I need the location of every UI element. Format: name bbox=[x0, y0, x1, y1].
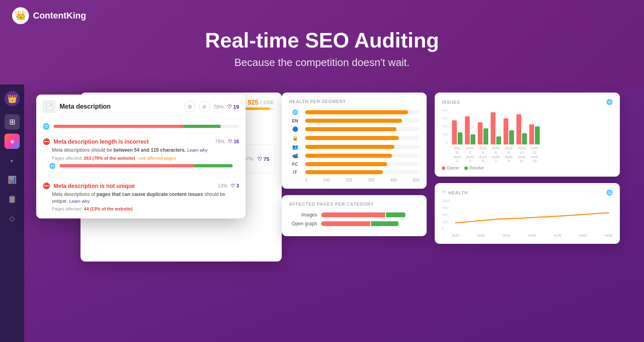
meta-actions: ⚙ ⊘ 78% ♡ 19 bbox=[184, 101, 239, 112]
x-label-4: AUG 6AUG 7 bbox=[491, 146, 501, 163]
hero-title: Real-time SEO Auditing bbox=[205, 28, 439, 52]
seg-bar-orange-8 bbox=[305, 170, 383, 174]
bar-green-1 bbox=[458, 132, 462, 144]
x-label-1: JUL 31AUG 1 bbox=[452, 146, 462, 163]
sidebar-item-issues[interactable]: 📋 bbox=[4, 192, 20, 207]
chart-x-labels: JUL 31AUG 1 AUG 2AUG 3 AUG 4AUG 5 AUG 6A… bbox=[452, 146, 613, 163]
health-chart-card: ♡ HEALTH 🌐 1000 750 500 250 0 bbox=[435, 183, 620, 244]
page-title-heart: ♡ 75 bbox=[257, 156, 269, 162]
hy-500: 500 bbox=[442, 213, 450, 217]
health-x-2: AUG bbox=[477, 233, 485, 237]
sidebar-item-reports[interactable]: 📊 bbox=[4, 172, 20, 187]
sidebar-item-dashboard[interactable]: ⊞ bbox=[4, 114, 20, 130]
affected-label-opengraph: Open graph bbox=[289, 221, 317, 227]
bar-group-3 bbox=[478, 122, 488, 144]
globe-icon-2: 🌐 bbox=[49, 163, 56, 169]
x-300: 300 bbox=[368, 178, 375, 182]
issue-item-1: ⛔ Meta description length is incorrect 7… bbox=[36, 133, 246, 177]
sidebar-item-more[interactable]: ◇ bbox=[4, 211, 20, 226]
hy-1000: 1000 bbox=[442, 199, 450, 203]
seg-bar-1 bbox=[305, 110, 419, 114]
x-100: 100 bbox=[323, 178, 330, 182]
issues-chart-card: ISSUES 🌐 400 300 200 100 0 bbox=[435, 93, 620, 177]
health-x-3: AUG bbox=[503, 233, 511, 237]
issue-1-affected-pct: (78% of the website) bbox=[93, 156, 135, 161]
bar-green-3 bbox=[483, 128, 488, 144]
y-axis: 400 300 200 100 0 bbox=[442, 108, 448, 144]
seg-row-4: 🔒 bbox=[289, 135, 419, 141]
health-x-4: AUG bbox=[528, 233, 536, 237]
seg-label-8: IT bbox=[289, 170, 301, 175]
legend-dot-resolved bbox=[464, 167, 468, 170]
issue-2-affected-pct: (13% of the website) bbox=[90, 206, 133, 211]
legend-resolved: Resolve bbox=[464, 166, 484, 170]
issues-chart-title: ISSUES bbox=[442, 100, 460, 105]
x-label-7: AUG 12AUG 13 bbox=[529, 146, 540, 163]
block-icon[interactable]: ⊘ bbox=[199, 101, 210, 112]
issue-1-learn-link[interactable]: Learn why bbox=[187, 148, 208, 152]
seg-label-2: EN bbox=[289, 118, 301, 123]
legend-opened: Opene bbox=[442, 166, 459, 170]
issue-2-count: 44 bbox=[84, 206, 89, 211]
seg-bar-orange-4 bbox=[305, 136, 399, 140]
issue-1-bar bbox=[60, 164, 233, 167]
seg-label-7: FC bbox=[289, 162, 301, 167]
x-0: 0 bbox=[305, 178, 308, 182]
health-total: 1000 bbox=[263, 100, 274, 105]
bar-group-4 bbox=[491, 112, 501, 144]
sidebar-expand[interactable]: ▸ bbox=[4, 153, 20, 168]
seg-row-7: FC bbox=[289, 162, 419, 167]
seg-bar-orange-3 bbox=[305, 127, 396, 131]
y-100: 100 bbox=[442, 132, 448, 136]
progress-empty bbox=[221, 125, 239, 128]
heart-chart-icon: ♡ bbox=[442, 190, 446, 195]
seg-row-6: 📹 bbox=[289, 153, 419, 159]
seg-row-2: EN bbox=[289, 118, 419, 123]
bar-group-2 bbox=[465, 116, 475, 144]
health-score: 925 bbox=[248, 99, 258, 106]
issue-1-bar-green bbox=[194, 164, 233, 167]
bar-pink-1 bbox=[452, 120, 457, 144]
health-segment-title: HEALTH PER SEGMENT bbox=[289, 99, 419, 104]
issue-1-heart: ♡ 16 bbox=[228, 139, 239, 144]
issue-2-learn-link[interactable]: Learn why bbox=[69, 199, 90, 204]
issue-1-affected: Pages affected: 263 (78% of the website)… bbox=[52, 156, 239, 161]
seg-row-5: 👥 bbox=[289, 144, 419, 150]
legend-opened-label: Opene bbox=[447, 166, 459, 170]
meta-heart-count: 19 bbox=[233, 104, 239, 110]
page-title-heart-count: 75 bbox=[264, 156, 269, 162]
hy-0: 0 bbox=[442, 227, 450, 231]
issue-2-heart: ♡ 3 bbox=[231, 183, 239, 189]
logo-text: ContentKing bbox=[33, 10, 86, 21]
settings-icon[interactable]: ⚙ bbox=[184, 101, 196, 112]
seg-row-8: IT bbox=[289, 170, 419, 175]
sidebar: 👑 ⊞ ◈ ▸ 📊 📋 ◇ bbox=[0, 84, 24, 342]
issue-2-heart-count: 3 bbox=[236, 183, 239, 189]
issue-1-title-row: ⛔ Meta description length is incorrect 7… bbox=[43, 138, 239, 145]
issue-2-name: Meta description is not unique bbox=[54, 183, 215, 189]
error-icon-2: ⛔ bbox=[43, 182, 50, 190]
health-chart-area: 1000 750 500 250 0 bbox=[442, 199, 613, 237]
bar-green-6 bbox=[522, 133, 527, 144]
affected-pages-card: AFFECTED PAGES PER CATEGORY Images Open … bbox=[282, 195, 427, 236]
health-line-svg bbox=[452, 199, 613, 231]
bar-pink-2 bbox=[465, 116, 470, 144]
error-icon-1: ⛔ bbox=[43, 138, 50, 145]
seg-row-3: 🔵 bbox=[289, 126, 419, 132]
seg-bar-6 bbox=[305, 154, 419, 158]
issue-1-see-link[interactable]: see affected pages bbox=[139, 156, 176, 161]
seg-bar-orange-5 bbox=[305, 145, 394, 149]
progress-red bbox=[54, 125, 184, 128]
bar-pink-3 bbox=[478, 122, 483, 144]
legend-resolved-label: Resolve bbox=[469, 166, 484, 170]
meta-progress-row: 🌐 bbox=[36, 119, 246, 133]
bar-green-7 bbox=[535, 126, 540, 144]
bar-chart-area: JUL 31AUG 1 AUG 2AUG 3 AUG 4AUG 5 AUG 6A… bbox=[452, 108, 613, 163]
sidebar-item-pages[interactable]: ◈ bbox=[4, 134, 20, 149]
bar-pink-4 bbox=[491, 112, 495, 144]
affected-title: AFFECTED PAGES PER CATEGORY bbox=[289, 202, 419, 206]
issue-1-name: Meta description length is incorrect bbox=[54, 138, 212, 145]
issues-bar-chart: 400 300 200 100 0 bbox=[442, 108, 613, 163]
bar-group-7 bbox=[529, 124, 540, 144]
issue-1-count: 263 bbox=[84, 156, 91, 161]
